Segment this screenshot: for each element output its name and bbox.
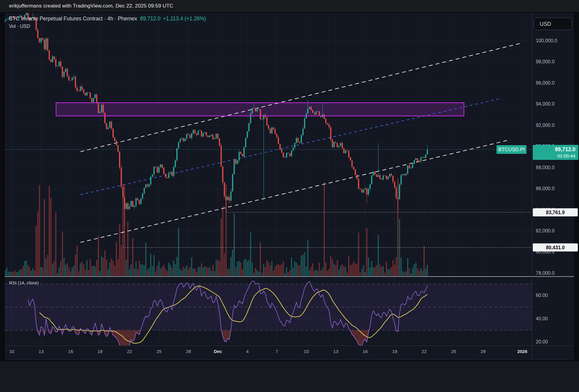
time-axis-label-2026: 2026 (517, 349, 527, 354)
time-axis-label-25: 25 (157, 349, 162, 354)
price-axis-label-82000: 82,000.0 (536, 228, 554, 234)
rsi-axis-label-40: 40.00 (536, 316, 548, 322)
price-line-badge-83761: 83,761.9 (533, 208, 578, 216)
legend-last-price: 89,712.0 (140, 16, 160, 22)
currency-toggle-button[interactable]: USD (534, 18, 572, 30)
legend-change: +1,113.4 (+1.26%) (163, 16, 206, 22)
price-axis-label-86000: 86,000.0 (536, 186, 554, 191)
time-axis-label-28: 28 (186, 349, 191, 354)
time-axis-label-13: 13 (39, 349, 44, 354)
price-axis-label-94000: 94,000.0 (536, 101, 554, 107)
symbol-title: BTC Inverse Perpetual Futures Contract ·… (9, 16, 137, 22)
price-axis-label-98000: 98,000.0 (536, 59, 554, 64)
chart-legend[interactable]: BTC Inverse Perpetual Futures Contract ·… (9, 16, 206, 22)
time-axis-label-4: 4 (246, 349, 248, 354)
bar-countdown: 02:00:44 (536, 153, 575, 159)
time-axis-label-25: 25 (451, 349, 456, 354)
time-axis-label-16: 16 (68, 349, 73, 354)
rsi-axis-label-60: 60.00 (536, 293, 548, 298)
price-line-badge-80431: 80,431.0 (533, 244, 578, 252)
last-price-badge: 89,712.0 02:00:44 (533, 145, 578, 160)
last-price-value: 89,712.0 (536, 146, 575, 153)
time-axis-label-7: 7 (276, 349, 278, 354)
time-axis-label-19: 19 (392, 349, 397, 354)
time-axis-label-16: 16 (363, 349, 368, 354)
price-axis-label-92000: 92,000.0 (536, 123, 554, 128)
time-axis-label-22: 22 (127, 349, 132, 354)
symbol-price-tag: BTCUSD.PI (496, 145, 526, 154)
time-axis-label-19: 19 (98, 349, 103, 354)
time-axis-label-Dec: Dec (214, 349, 222, 354)
rsi-axis-label-20: 20.00 (536, 339, 548, 345)
chart-canvas[interactable] (0, 0, 579, 392)
price-axis-label-96000: 96,000.0 (536, 80, 554, 86)
tradingview-screenshot: erikjuffermans created with TradingView.… (0, 0, 579, 392)
time-axis-label-10: 10 (9, 349, 14, 354)
time-axis-label-28: 28 (481, 349, 486, 354)
price-axis-label-100000: 100,000.0 (536, 38, 557, 43)
time-axis-label-22: 22 (422, 349, 427, 354)
rsi-legend[interactable]: RSI (14, close) (9, 280, 39, 285)
price-axis-label-88000: 88,000.0 (536, 165, 554, 170)
price-axis-label-78000: 78,000.0 (536, 271, 554, 276)
time-axis-label-13: 13 (333, 349, 338, 354)
time-axis-label-10: 10 (304, 349, 309, 354)
volume-legend[interactable]: Vol · USD (9, 24, 30, 29)
